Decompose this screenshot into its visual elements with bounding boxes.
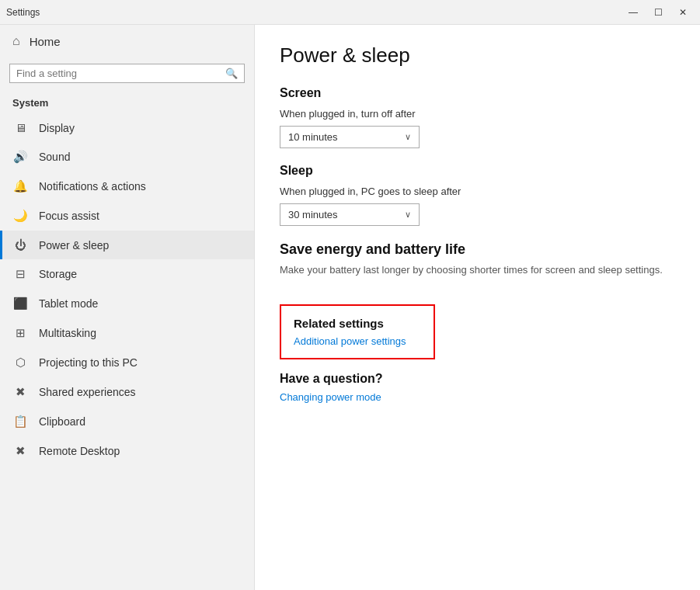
changing-power-mode-link[interactable]: Changing power mode: [280, 391, 381, 403]
save-energy-section: Save energy and battery life Make your b…: [280, 241, 675, 278]
sidebar-item-focus-label: Focus assist: [39, 210, 99, 222]
related-settings-title: Related settings: [294, 317, 421, 330]
titlebar: Settings — ☐ ✕: [0, 0, 700, 25]
shared-icon: ✖: [12, 385, 28, 399]
search-box[interactable]: 🔍: [9, 64, 245, 83]
sleep-dropdown-value: 30 minutes: [288, 209, 338, 220]
sidebar-item-clipboard[interactable]: 📋 Clipboard: [0, 407, 254, 436]
sidebar-item-storage[interactable]: ⊟ Storage: [0, 259, 254, 289]
sound-icon: 🔊: [12, 150, 28, 164]
sidebar-item-projecting-label: Projecting to this PC: [39, 356, 138, 369]
sidebar-item-multitasking[interactable]: ⊞ Multitasking: [0, 318, 254, 348]
sidebar-item-projecting[interactable]: ⬡ Projecting to this PC: [0, 348, 254, 377]
page-title: Power & sleep: [280, 43, 675, 68]
save-energy-desc: Make your battery last longer by choosin…: [280, 262, 675, 278]
sidebar-item-shared-label: Shared experiences: [39, 386, 136, 398]
screen-section-title: Screen: [280, 86, 675, 100]
power-icon: ⏻: [12, 238, 28, 252]
sidebar-item-notifications[interactable]: 🔔 Notifications & actions: [0, 172, 254, 201]
sleep-plugged-label: When plugged in, PC goes to sleep after: [280, 186, 675, 197]
focus-icon: 🌙: [12, 209, 28, 223]
sidebar: ⌂ Home 🔍 System 🖥 Display 🔊 Sound 🔔 N: [0, 25, 255, 590]
sidebar-item-sound-label: Sound: [39, 151, 70, 163]
related-settings-box: Related settings Additional power settin…: [280, 304, 435, 359]
have-question-section: Have a question? Changing power mode: [280, 372, 675, 403]
sidebar-item-power-label: Power & sleep: [39, 239, 109, 252]
sidebar-item-storage-label: Storage: [39, 268, 77, 280]
sidebar-item-shared[interactable]: ✖ Shared experiences: [0, 377, 254, 407]
screen-dropdown-arrow: ∨: [405, 132, 411, 142]
screen-dropdown-value: 10 minutes: [288, 131, 338, 143]
content-area: ⌂ Home 🔍 System 🖥 Display 🔊 Sound 🔔 N: [0, 25, 700, 590]
tablet-icon: ⬛: [12, 297, 28, 311]
sidebar-item-clipboard-label: Clipboard: [39, 415, 85, 428]
have-question-title: Have a question?: [280, 372, 675, 386]
sleep-section-title: Sleep: [280, 164, 675, 178]
sidebar-item-remote-label: Remote Desktop: [39, 445, 120, 457]
sidebar-home[interactable]: ⌂ Home: [0, 25, 254, 57]
display-icon: 🖥: [12, 121, 28, 134]
minimize-button[interactable]: —: [622, 4, 644, 21]
screen-section: Screen When plugged in, turn off after 1…: [280, 86, 675, 148]
sidebar-item-remote[interactable]: ✖ Remote Desktop: [0, 436, 254, 466]
sidebar-item-display-label: Display: [39, 122, 75, 134]
storage-icon: ⊟: [12, 267, 28, 281]
sleep-dropdown-arrow: ∨: [405, 210, 411, 220]
screen-plugged-label: When plugged in, turn off after: [280, 108, 675, 120]
clipboard-icon: 📋: [12, 415, 28, 429]
close-button[interactable]: ✕: [672, 4, 694, 21]
titlebar-controls: — ☐ ✕: [622, 4, 694, 21]
sidebar-item-focus[interactable]: 🌙 Focus assist: [0, 201, 254, 231]
home-icon: ⌂: [12, 34, 20, 48]
main-content: Power & sleep Screen When plugged in, tu…: [255, 25, 700, 590]
sidebar-item-multitasking-label: Multitasking: [39, 327, 96, 339]
sidebar-item-notifications-label: Notifications & actions: [39, 180, 146, 193]
sidebar-system-label: System: [0, 89, 254, 113]
save-energy-title: Save energy and battery life: [280, 241, 675, 258]
sidebar-item-power[interactable]: ⏻ Power & sleep: [0, 231, 254, 259]
multitasking-icon: ⊞: [12, 326, 28, 340]
search-icon: 🔍: [225, 68, 238, 79]
projecting-icon: ⬡: [12, 356, 28, 370]
maximize-button[interactable]: ☐: [647, 4, 669, 21]
sidebar-item-sound[interactable]: 🔊 Sound: [0, 142, 254, 172]
sleep-section: Sleep When plugged in, PC goes to sleep …: [280, 164, 675, 226]
additional-power-settings-link[interactable]: Additional power settings: [294, 335, 406, 347]
titlebar-title: Settings: [6, 7, 622, 18]
sidebar-item-tablet-label: Tablet mode: [39, 297, 98, 310]
screen-dropdown[interactable]: 10 minutes ∨: [280, 126, 420, 148]
settings-window: Settings — ☐ ✕ ⌂ Home 🔍 System 🖥: [0, 0, 700, 590]
remote-icon: ✖: [12, 444, 28, 458]
sidebar-home-label: Home: [30, 35, 61, 48]
sidebar-item-display[interactable]: 🖥 Display: [0, 113, 254, 142]
sidebar-item-tablet[interactable]: ⬛ Tablet mode: [0, 289, 254, 318]
sleep-dropdown[interactable]: 30 minutes ∨: [280, 203, 420, 226]
notifications-icon: 🔔: [12, 179, 28, 193]
search-input[interactable]: [16, 68, 221, 79]
